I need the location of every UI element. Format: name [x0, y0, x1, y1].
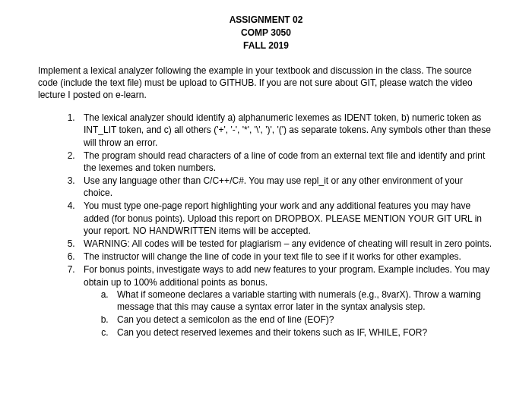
list-item: The program should read characters of a …	[78, 150, 494, 174]
document-header: ASSIGNMENT 02 COMP 3050 FALL 2019	[38, 14, 494, 52]
subitem-text: What if someone declares a variable star…	[117, 289, 481, 312]
assignment-title: ASSIGNMENT 02	[129, 14, 403, 26]
sublist-item: Can you detect reserved lexemes and thei…	[111, 326, 494, 339]
sublist-item: Can you detect a semicolon as the end of…	[111, 314, 494, 326]
subitem-text: Can you detect reserved lexemes and thei…	[117, 327, 427, 338]
intro-paragraph: Implement a lexical analyzer following t…	[38, 65, 494, 102]
sublist-item: What if someone declares a variable star…	[111, 288, 494, 313]
term: FALL 2019	[129, 39, 403, 52]
item-text: The program should read characters of a …	[84, 150, 485, 173]
item-text: For bonus points, investigate ways to ad…	[84, 264, 489, 287]
item-text: Use any language other than C/C++/C#. Yo…	[84, 175, 463, 198]
item-text: The lexical analyzer should identify a) …	[84, 112, 491, 147]
item-text: You must type one-page report highlighti…	[84, 200, 482, 235]
list-item: The lexical analyzer should identify a) …	[78, 112, 494, 149]
course-code: COMP 3050	[129, 27, 403, 39]
item-text: The instructor will change the line of c…	[84, 251, 461, 262]
bonus-sublist: What if someone declares a variable star…	[84, 288, 494, 339]
list-item: You must type one-page report highlighti…	[78, 200, 494, 237]
requirements-list: The lexical analyzer should identify a) …	[38, 112, 494, 339]
list-item: The instructor will change the line of c…	[78, 251, 494, 263]
item-text: WARNING: All codes will be tested for pl…	[84, 238, 492, 249]
list-item: For bonus points, investigate ways to ad…	[78, 263, 494, 339]
subitem-text: Can you detect a semicolon as the end of…	[117, 314, 334, 325]
list-item: Use any language other than C/C++/C#. Yo…	[78, 175, 494, 199]
list-item: WARNING: All codes will be tested for pl…	[78, 238, 494, 250]
